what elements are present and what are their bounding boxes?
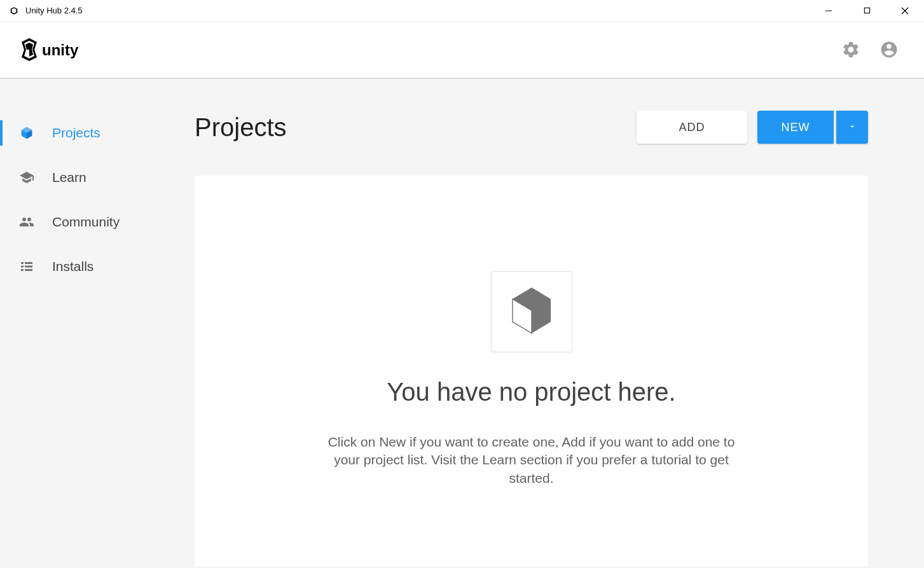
svg-rect-8 [25,266,32,268]
sidebar-item-projects[interactable]: Projects [0,111,195,155]
svg-rect-5 [21,262,24,264]
svg-rect-10 [25,269,32,271]
projects-panel: You have no project here. Click on New i… [195,176,868,567]
unity-app-icon [9,6,19,16]
installs-icon [19,259,34,274]
sidebar-item-label: Projects [52,125,100,141]
header: unity [0,22,924,79]
account-button[interactable] [879,40,899,59]
empty-state-title: You have no project here. [387,378,675,406]
sidebar-item-label: Community [52,214,120,230]
community-icon [19,214,34,230]
new-dropdown-button[interactable] [836,111,868,144]
new-button-group: NEW [757,111,868,144]
main-actions: ADD NEW [637,111,868,144]
titlebar-left: Unity Hub 2.4.5 [9,6,83,16]
titlebar: Unity Hub 2.4.5 [0,0,924,22]
svg-rect-1 [864,8,869,13]
close-button[interactable] [886,0,924,21]
header-icons [841,40,899,59]
sidebar-item-community[interactable]: Community [0,200,195,244]
maximize-button[interactable] [848,0,886,21]
new-button[interactable]: NEW [757,111,834,144]
settings-button[interactable] [841,40,860,59]
window-controls [810,0,924,21]
caret-down-icon [848,121,857,134]
minimize-button[interactable] [810,0,848,21]
sidebar-item-label: Learn [52,170,86,185]
empty-state-description: Click on New if you want to create one, … [328,433,735,487]
add-button[interactable]: ADD [637,111,747,144]
sidebar-item-learn[interactable]: Learn [0,155,195,200]
app-body: Projects Learn Community [0,79,924,568]
cube-icon [19,125,34,141]
page-title: Projects [195,113,287,142]
svg-rect-9 [21,269,24,271]
unity-logo: unity [19,36,89,63]
main-header: Projects ADD NEW [195,111,868,144]
svg-text:unity: unity [42,41,79,59]
cube-icon [509,286,555,338]
sidebar-item-label: Installs [52,259,93,274]
svg-rect-7 [21,266,24,268]
svg-rect-6 [25,262,32,264]
learn-icon [19,170,34,185]
sidebar: Projects Learn Community [0,79,195,568]
empty-state-icon-box [491,271,572,352]
window-title: Unity Hub 2.4.5 [25,6,83,15]
main-content: Projects ADD NEW [195,79,924,568]
sidebar-item-installs[interactable]: Installs [0,244,195,289]
